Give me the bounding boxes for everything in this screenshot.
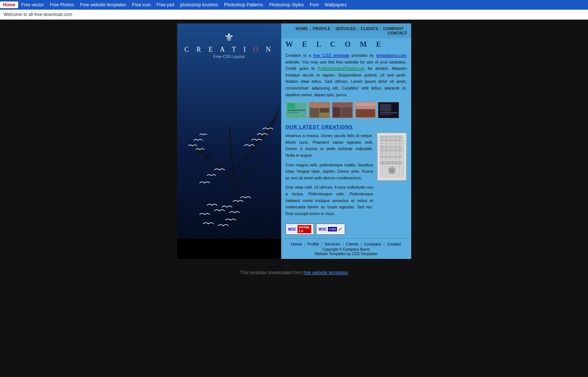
- main-wrapper: ⚜ C R E A T I O N Free CSS Layout: [177, 23, 411, 259]
- svg-rect-13: [356, 103, 375, 106]
- svg-rect-7: [320, 108, 329, 113]
- latest-image-area: [377, 133, 407, 220]
- svg-rect-48: [380, 152, 384, 155]
- svg-rect-15: [356, 109, 375, 117]
- spiral-icon: ⚜: [181, 31, 277, 44]
- footer-templates-text: Website Templates by CSS Templates: [315, 252, 377, 256]
- nav-font[interactable]: Font: [307, 1, 322, 8]
- latest-text: Vivamus a massa. Donec iaculis felis id …: [286, 133, 373, 220]
- nav-free-icon[interactable]: Free icon: [129, 1, 153, 8]
- footer-company[interactable]: Company: [364, 242, 381, 246]
- svg-rect-11: [341, 107, 352, 117]
- bottom-text-static: This template downloaded form: [240, 270, 302, 275]
- footer-home[interactable]: Home: [291, 242, 302, 246]
- latest-heading: OUR LATEST CREATIONS: [286, 124, 407, 130]
- thumb-3[interactable]: [332, 102, 353, 118]
- footer-profile[interactable]: Profile: [308, 242, 319, 246]
- svg-rect-54: [384, 156, 388, 158]
- css-checkmark: ✓: [338, 226, 342, 232]
- thumb-2[interactable]: [309, 102, 330, 118]
- link-templatemo[interactable]: templatemo.com: [376, 53, 406, 58]
- site-nav-contact[interactable]: CONTACT: [388, 31, 407, 35]
- site-title: C R E A T I O N: [181, 46, 277, 53]
- bottom-link[interactable]: free website templates: [303, 270, 348, 275]
- svg-rect-35: [389, 142, 393, 145]
- top-nav-bar: Home Free vector Free Photos Free websit…: [0, 0, 588, 10]
- footer-nav-links: Home | Profile | Services | Clients | Co…: [285, 242, 407, 246]
- welcome-bar-text: Welcome to all-free-download.com: [4, 12, 72, 17]
- site-nav-services[interactable]: SERVICES: [335, 26, 356, 31]
- welcome-bar: Welcome to all-free-download.com: [0, 10, 588, 20]
- svg-rect-6: [310, 108, 319, 117]
- footer-templates: Website Templates by CSS Templates: [285, 252, 407, 256]
- nav-free-photos[interactable]: Free Photos: [47, 1, 77, 8]
- svg-rect-57: [398, 156, 402, 158]
- svg-rect-33: [380, 142, 384, 145]
- nav-sep-4: |: [380, 26, 382, 31]
- svg-rect-27: [398, 136, 402, 138]
- svg-rect-49: [384, 152, 388, 155]
- svg-rect-19: [380, 112, 397, 113]
- nav-free-website-templates[interactable]: Free website templates: [77, 1, 129, 8]
- svg-rect-36: [393, 142, 397, 145]
- welcome-heading: W E L C O M E: [286, 40, 407, 49]
- latest-section: Vivamus a massa. Donec iaculis felis id …: [286, 133, 407, 220]
- thumb-1-preview: [286, 102, 307, 118]
- w3c-css-label: W3C: [319, 227, 327, 231]
- svg-rect-22: [379, 135, 405, 179]
- footer-copyright: Copyright © Company Name: [285, 247, 407, 251]
- nav-photoshop-patterns[interactable]: Photoshop Patterns: [221, 1, 266, 8]
- thumb-5[interactable]: [378, 102, 399, 118]
- svg-rect-10: [333, 107, 340, 117]
- footer-sep-2: |: [321, 242, 324, 246]
- svg-rect-14: [356, 107, 375, 108]
- site-nav-home[interactable]: HOME: [296, 26, 308, 31]
- footer-clients[interactable]: Clients: [346, 242, 358, 246]
- svg-rect-24: [384, 136, 388, 138]
- svg-rect-47: [398, 149, 402, 152]
- thumb-4[interactable]: [355, 102, 376, 118]
- w3c-label: W3C: [288, 227, 296, 231]
- site-nav-profile[interactable]: PROFILE: [313, 26, 331, 31]
- footer-services[interactable]: Services: [325, 242, 340, 246]
- svg-rect-26: [393, 136, 397, 138]
- link-publicdomain[interactable]: PublicDomainPictures.net: [318, 66, 365, 71]
- svg-rect-3: [287, 112, 299, 113]
- keyboard-image: [377, 133, 407, 181]
- svg-rect-9: [333, 103, 352, 107]
- latest-para-3: Duis vitae velit. Ut ultrices. Fusce sol…: [286, 184, 373, 217]
- nav-photoshop-styles[interactable]: Photoshop Styles: [266, 1, 306, 8]
- site-nav-company[interactable]: COMPANY: [383, 26, 403, 31]
- svg-rect-31: [393, 139, 397, 142]
- birds-decorative-area: [177, 61, 281, 231]
- thumb-1[interactable]: [286, 102, 307, 118]
- svg-rect-32: [398, 139, 402, 142]
- nav-free-vector[interactable]: Free vector: [18, 1, 47, 8]
- svg-rect-58: [380, 161, 402, 165]
- footer-sep-4: |: [361, 242, 363, 246]
- svg-rect-56: [393, 156, 397, 158]
- nav-wallpapers[interactable]: Wallpapers: [322, 1, 350, 8]
- svg-rect-46: [393, 149, 397, 152]
- svg-rect-20: [380, 114, 391, 115]
- svg-rect-55: [389, 156, 393, 158]
- css-label: CSS: [328, 227, 337, 231]
- site-nav-clients[interactable]: CLIENTS: [361, 26, 378, 31]
- nav-sep-1: |: [310, 26, 312, 31]
- latest-para-1: Vivamus a massa. Donec iaculis felis id …: [286, 133, 373, 159]
- thumb-3-preview: [332, 102, 353, 118]
- css-badge[interactable]: W3C CSS ✓: [316, 224, 345, 235]
- nav-home[interactable]: Home: [0, 1, 18, 8]
- keyboard-svg: [378, 133, 406, 180]
- nav-free-psd[interactable]: Free psd: [154, 1, 177, 8]
- nav-photoshop-brushes[interactable]: photoshop brushes: [177, 1, 221, 8]
- svg-rect-38: [380, 146, 384, 148]
- svg-rect-53: [380, 156, 384, 158]
- footer-nav: Home | Profile | Services | Clients | Co…: [281, 238, 411, 259]
- svg-rect-2: [287, 110, 305, 111]
- welcome-text: Creation is a free CSS template provided…: [286, 52, 407, 98]
- link-free-css[interactable]: free CSS template: [313, 53, 349, 58]
- footer-contact[interactable]: Contact: [387, 242, 401, 246]
- thumb-4-preview: [355, 102, 376, 118]
- xhtml-badge[interactable]: W3C XHTML1.0: [286, 224, 314, 235]
